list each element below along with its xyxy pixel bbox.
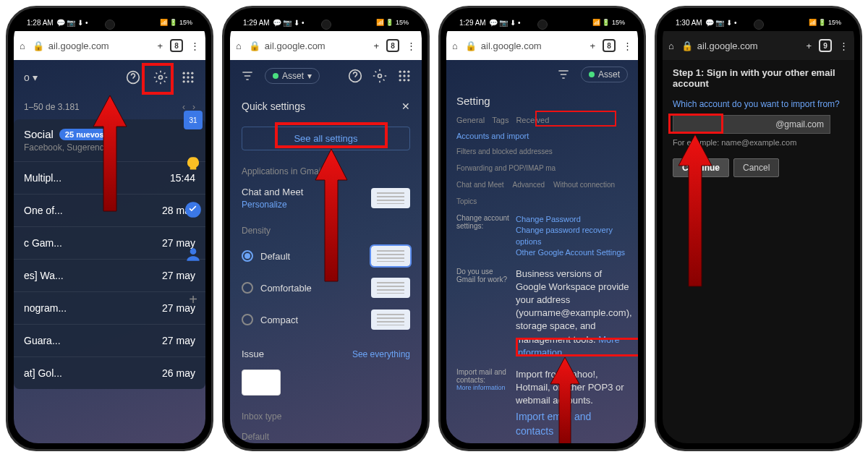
svg-point-17 [407,71,409,73]
asset-chip[interactable]: Asset▾ [265,68,320,84]
import-question: Which account do you want to import from… [673,99,844,109]
work-row: Do you use Gmail for work? Business vers… [446,263,638,364]
url-bar[interactable]: 🔒ail.google.com [465,40,583,51]
red-arrow [548,354,582,443]
settings-tabs-2: Filters and blocked addresses Forwarding… [446,143,638,176]
apps-icon[interactable] [181,70,195,85]
density-compact[interactable]: Compact [230,304,422,336]
new-tab-icon[interactable]: + [806,40,812,51]
tab-forwarding[interactable]: Forwarding and POP/IMAP ma [456,164,556,172]
url-bar[interactable]: 🔒ail.google.com [33,40,150,51]
other-settings-link[interactable]: Other Google Account Settings [516,247,628,258]
keep-icon[interactable] [184,155,203,174]
time: 1:30 AM [676,19,702,27]
help-icon[interactable] [348,69,362,83]
tab-accounts-import[interactable]: Accounts and import [456,132,529,140]
gear-icon[interactable] [153,70,168,85]
import-signin: Step 1: Sign in with your other email ac… [663,60,854,443]
svg-point-16 [403,71,405,73]
camera-cutout [537,20,548,30]
red-arrow [89,92,131,215]
new-tab-icon[interactable]: + [157,40,163,51]
folder-label: o ▾ [24,72,38,83]
svg-point-19 [403,74,405,77]
time: 1:29 AM [243,19,270,27]
email-row[interactable]: c Gam...27 may [14,226,205,259]
add-icon[interactable]: + [184,290,203,309]
svg-point-3 [187,72,189,74]
new-tab-icon[interactable]: + [590,40,595,51]
svg-point-9 [187,80,189,82]
browser-bar: ⌂ 🔒ail.google.com + 9 ⋮ [663,31,854,60]
step-title: Step 1: Sign in with your other email ac… [673,67,844,89]
social-label: Social [24,128,54,140]
phone-4: 1:30 AM💬 📷 ⬇ • 📶 🔋 15% ⌂ 🔒ail.google.com… [655,6,862,451]
filter-icon[interactable] [556,67,571,82]
close-icon[interactable]: ✕ [401,101,410,112]
tab-offline[interactable]: Without connection [553,181,615,189]
tasks-icon[interactable] [184,200,203,219]
cancel-button[interactable]: Cancel [733,158,779,177]
svg-point-1 [159,76,163,80]
camera-cutout [754,20,764,30]
tab-filters[interactable]: Filters and blocked addresses [456,148,553,155]
personalize-link[interactable]: Personalize [242,200,303,210]
calendar-icon[interactable]: 31 [184,111,203,129]
svg-point-10 [191,80,193,82]
tab-count[interactable]: 9 [819,39,832,52]
tab-advanced[interactable]: Advanced [513,181,545,189]
tab-count[interactable]: 8 [386,39,399,52]
email-row[interactable]: es] Wa...27 may [14,259,205,291]
camera-cutout [105,20,115,30]
settings-content: Asset Setting General Tags Received Acco… [446,60,638,443]
home-icon[interactable]: ⌂ [452,40,458,51]
svg-point-6 [187,76,189,78]
new-tab-icon[interactable]: + [373,40,379,51]
email-row[interactable]: nogram...27 may [14,291,205,324]
more-info-link[interactable]: More information [456,384,511,391]
email-row[interactable]: Guara...27 may [14,324,205,356]
gmail-topbar: o ▾ [14,60,205,95]
change-recovery-link[interactable]: Change password recovery options [516,225,628,247]
more-icon[interactable]: ⋮ [839,40,848,51]
email-row[interactable]: at] Gol...26 may [14,356,205,389]
tab-chat[interactable]: Chat and Meet [456,181,504,189]
url-bar[interactable]: 🔒ail.google.com [249,40,367,51]
camera-cutout [321,20,331,30]
import-row: Import mail and contacts:More informatio… [446,364,638,443]
gear-icon[interactable] [373,69,387,83]
tab-count[interactable]: 8 [603,39,616,52]
asset-chip[interactable]: Asset [581,67,628,82]
svg-point-5 [183,76,185,78]
url-bar[interactable]: 🔒ail.google.com [681,40,799,51]
home-icon[interactable]: ⌂ [668,40,674,51]
change-password-link[interactable]: Change Password [516,214,628,225]
filter-icon[interactable] [240,69,255,83]
contacts-icon[interactable] [184,245,203,264]
tab-general[interactable]: General [456,116,485,124]
qs-topbar: Asset▾ [230,60,422,92]
phone-2: 1:29 AM💬 📷 ⬇ • 📶 🔋 15% ⌂ 🔒ail.google.com… [222,6,430,451]
help-icon[interactable] [126,70,140,85]
side-apps: 31 + [184,111,203,309]
svg-point-14 [378,74,382,78]
home-icon[interactable]: ⌂ [236,40,242,51]
see-everything-link[interactable]: See everything [352,349,410,359]
more-icon[interactable]: ⋮ [190,40,200,51]
tab-count[interactable]: 8 [170,39,183,52]
issue-thumb[interactable] [242,370,281,396]
issue-row: IssueSee everything [230,343,422,365]
more-icon[interactable]: ⋮ [407,40,416,51]
svg-point-2 [183,72,185,74]
apps-icon[interactable] [397,69,412,83]
home-icon[interactable]: ⌂ [20,40,25,51]
settings-title: Setting [446,89,638,113]
svg-point-20 [407,74,409,77]
tab-tags[interactable]: Tags [492,116,509,124]
svg-point-15 [399,71,401,73]
tab-topics[interactable]: Topics [456,197,477,205]
preview-chat [371,188,410,208]
quick-settings: Asset▾ Quick settings ✕ See all settings… [230,60,422,443]
more-icon[interactable]: ⋮ [623,40,632,51]
tab-received[interactable]: Received [516,116,549,124]
